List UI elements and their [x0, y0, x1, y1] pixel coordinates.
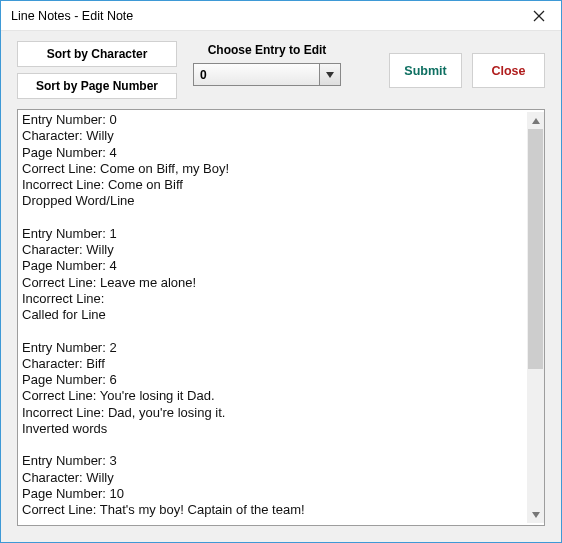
choose-entry-combo[interactable]: 0 [193, 63, 341, 86]
chevron-up-icon [532, 118, 540, 124]
sort-by-character-button[interactable]: Sort by Character [17, 41, 177, 67]
choose-entry-group: Choose Entry to Edit 0 [193, 41, 341, 86]
chevron-down-icon [326, 72, 334, 78]
choose-entry-label: Choose Entry to Edit [193, 43, 341, 57]
scroll-down-button[interactable] [527, 506, 544, 523]
entries-textarea[interactable]: Entry Number: 0 Character: Willy Page Nu… [17, 109, 545, 526]
svg-marker-3 [532, 118, 540, 124]
client-area: Sort by Character Sort by Page Number Ch… [1, 31, 561, 542]
title-bar: Line Notes - Edit Note [1, 1, 561, 31]
close-icon [533, 10, 545, 22]
submit-button[interactable]: Submit [389, 53, 462, 88]
close-button[interactable]: Close [472, 53, 545, 88]
choose-entry-value: 0 [194, 64, 320, 85]
combo-dropdown-button[interactable] [320, 64, 340, 85]
entries-content: Entry Number: 0 Character: Willy Page Nu… [22, 112, 527, 523]
window-close-button[interactable] [516, 1, 561, 31]
window-title: Line Notes - Edit Note [1, 9, 516, 23]
sort-by-page-button[interactable]: Sort by Page Number [17, 73, 177, 99]
svg-marker-2 [326, 72, 334, 78]
top-row: Sort by Character Sort by Page Number Ch… [17, 41, 545, 99]
svg-marker-4 [532, 512, 540, 518]
dialog-window: Line Notes - Edit Note Sort by Character… [0, 0, 562, 543]
action-buttons: Submit Close [389, 41, 545, 88]
scrollbar-thumb[interactable] [528, 129, 543, 369]
vertical-scrollbar[interactable] [527, 112, 544, 523]
scroll-up-button[interactable] [527, 112, 544, 129]
sort-buttons: Sort by Character Sort by Page Number [17, 41, 177, 99]
chevron-down-icon [532, 512, 540, 518]
